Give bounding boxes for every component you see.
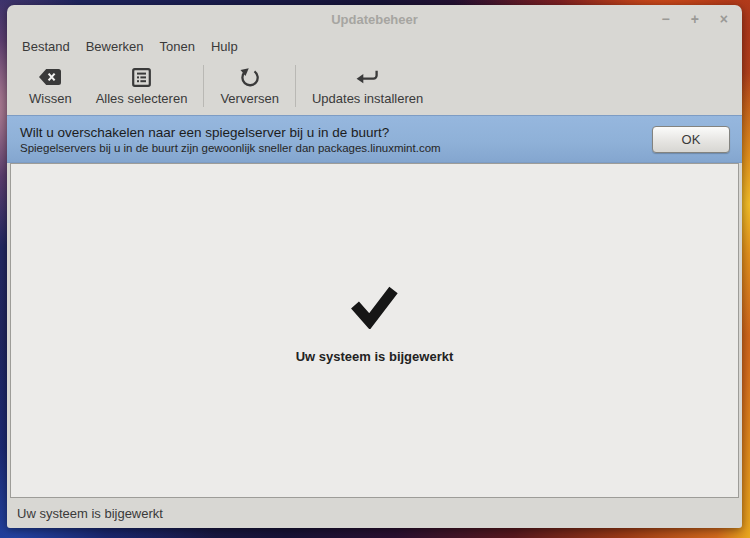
desktop-background: Updatebeheer − + × Bestand Bewerken Tone…	[0, 0, 750, 538]
select-all-list-icon	[132, 66, 151, 88]
window-title: Updatebeheer	[7, 12, 742, 27]
maximize-button[interactable]: +	[691, 11, 699, 27]
system-status-block: Uw systeem is bijgewerkt	[296, 284, 454, 364]
statusbar-text: Uw systeem is bijgewerkt	[17, 506, 163, 521]
titlebar[interactable]: Updatebeheer − + ×	[7, 5, 742, 33]
ok-button[interactable]: OK	[652, 126, 730, 153]
refresh-button-label: Verversen	[220, 91, 279, 106]
menu-hulp[interactable]: Hulp	[204, 36, 245, 57]
install-updates-button[interactable]: Updates installeren	[300, 63, 435, 113]
toolbar: Wissen Alles selecteren	[7, 59, 742, 115]
install-updates-button-label: Updates installeren	[312, 91, 423, 106]
menubar: Bestand Bewerken Tonen Hulp	[7, 33, 742, 59]
refresh-button[interactable]: Verversen	[208, 63, 291, 113]
menu-bestand[interactable]: Bestand	[15, 36, 77, 57]
statusbar: Uw systeem is bijgewerkt	[7, 498, 742, 528]
checkmark-icon	[350, 284, 398, 329]
select-all-button[interactable]: Alles selecteren	[84, 63, 200, 113]
refresh-icon	[239, 66, 260, 88]
content-wrapper: Uw systeem is bijgewerkt	[7, 163, 742, 498]
menu-bewerken[interactable]: Bewerken	[79, 36, 151, 57]
infobar-text: Wilt u overschakelen naar een spiegelser…	[20, 125, 652, 154]
minimize-button[interactable]: −	[661, 11, 669, 27]
clear-button-label: Wissen	[29, 91, 72, 106]
backspace-clear-icon	[38, 66, 62, 88]
clear-button[interactable]: Wissen	[17, 63, 84, 113]
menu-tonen[interactable]: Tonen	[153, 36, 202, 57]
mirror-infobar: Wilt u overschakelen naar een spiegelser…	[7, 115, 742, 163]
window-controls: − + ×	[661, 11, 728, 27]
updates-list-area: Uw systeem is bijgewerkt	[10, 163, 739, 498]
close-button[interactable]: ×	[720, 11, 728, 27]
infobar-title: Wilt u overschakelen naar een spiegelser…	[20, 125, 652, 140]
toolbar-separator	[295, 65, 296, 107]
select-all-button-label: Alles selecteren	[96, 91, 188, 106]
status-message: Uw systeem is bijgewerkt	[296, 349, 454, 364]
install-return-arrow-icon	[356, 66, 379, 88]
update-manager-window: Updatebeheer − + × Bestand Bewerken Tone…	[7, 5, 742, 528]
infobar-subtitle: Spiegelservers bij u in de buurt zijn ge…	[20, 142, 652, 154]
toolbar-separator	[203, 65, 204, 107]
